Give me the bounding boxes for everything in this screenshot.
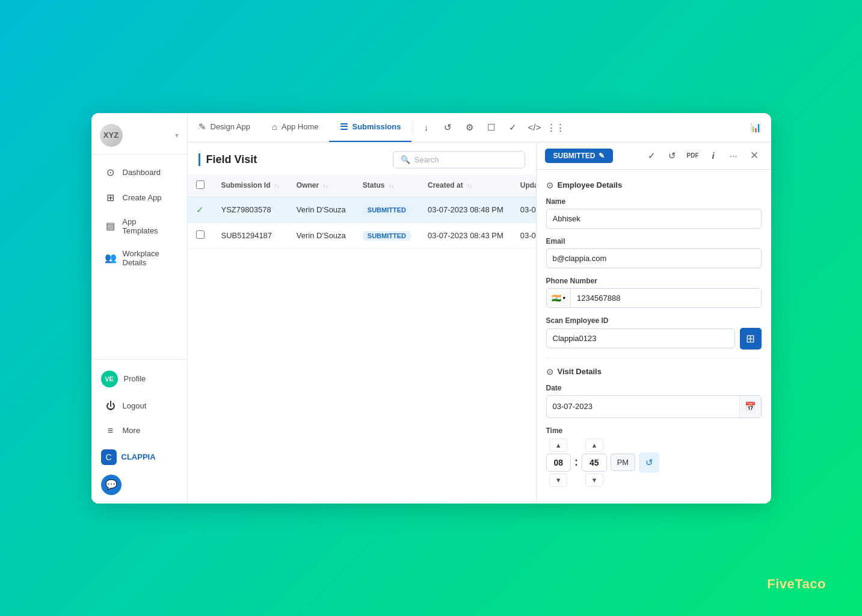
settings-tool-btn[interactable]: ⚙ bbox=[460, 119, 478, 137]
status-badge: SUBMITTED bbox=[363, 231, 411, 241]
app-window: XYZ ▾ ⊙ Dashboard ⊞ Create App ▤ App Tem… bbox=[91, 113, 771, 504]
time-minute-col: ▲ 45 ▼ bbox=[582, 439, 607, 487]
table-row[interactable]: ✓ YSZ79803578 Verin D'Souza SUBMITTED 03… bbox=[188, 197, 536, 223]
sort-icon[interactable]: ↑↓ bbox=[389, 183, 394, 189]
sidebar-item-app-templates[interactable]: ▤ App Templates bbox=[95, 211, 183, 242]
search-icon: 🔍 bbox=[401, 155, 410, 164]
sort-icon[interactable]: ↑↓ bbox=[274, 183, 280, 189]
chart-btn[interactable]: 📊 bbox=[747, 119, 765, 137]
field-time: Time ▲ 08 ▼ : ▲ 45 ▼ bbox=[546, 427, 762, 487]
field-email: Email bbox=[546, 237, 762, 268]
logout-label: Logout bbox=[123, 401, 147, 410]
form-title: Field Visit bbox=[199, 153, 257, 166]
time-hour-value: 08 bbox=[546, 454, 571, 472]
collapse-icon[interactable]: ⊙ bbox=[546, 367, 553, 377]
clappia-label: CLAPPIA bbox=[122, 452, 156, 461]
date-input[interactable] bbox=[547, 397, 739, 416]
table-area: Field Visit 🔍 Search bbox=[188, 143, 537, 504]
tab-design-app-label: Design App bbox=[211, 122, 251, 131]
reset-icon: ↺ bbox=[645, 457, 653, 468]
cell-submission-id: YSZ79803578 bbox=[213, 197, 288, 223]
tab-app-home-label: App Home bbox=[282, 122, 318, 131]
sidebar-item-label: Create App bbox=[123, 193, 162, 202]
field-scan-id: Scan Employee ID ⊞ bbox=[546, 316, 762, 350]
name-field-input[interactable] bbox=[546, 209, 762, 229]
select-all-checkbox[interactable] bbox=[196, 180, 205, 189]
main-area: ✎ Design App ⌂ App Home ☰ Submissions ↓ … bbox=[188, 113, 771, 504]
time-reset-btn[interactable]: ↺ bbox=[639, 452, 659, 473]
tab-design-app[interactable]: ✎ Design App bbox=[188, 113, 262, 142]
calendar-icon: 📅 bbox=[745, 401, 756, 412]
hour-up-btn[interactable]: ▲ bbox=[549, 439, 567, 452]
sidebar-item-label: Workplace Details bbox=[123, 249, 174, 267]
profile-avatar: VE bbox=[101, 371, 118, 387]
nav-divider bbox=[413, 120, 413, 135]
tab-submissions[interactable]: ☰ Submissions bbox=[329, 113, 411, 142]
sidebar-item-workplace-details[interactable]: 👥 Workplace Details bbox=[95, 242, 183, 274]
check-mark-icon: ✓ bbox=[196, 205, 204, 215]
col-checkbox bbox=[188, 174, 213, 197]
close-detail-btn[interactable]: ✕ bbox=[746, 147, 763, 164]
search-box[interactable]: 🔍 Search bbox=[393, 151, 525, 168]
table-row[interactable]: SUB51294187 Verin D'Souza SUBMITTED 03-0… bbox=[188, 223, 536, 248]
scan-qr-button[interactable]: ⊞ bbox=[740, 328, 762, 350]
code-tool-btn[interactable]: </> bbox=[525, 119, 543, 137]
time-colon: : bbox=[574, 456, 578, 469]
collapse-icon[interactable]: ⊙ bbox=[546, 180, 553, 190]
phone-flag[interactable]: 🇮🇳 • bbox=[547, 289, 571, 307]
cell-owner: Verin D'Souza bbox=[288, 197, 354, 223]
app-logo[interactable]: XYZ bbox=[100, 124, 123, 147]
nav-tools: ↓ ↺ ⚙ ☐ ✓ </> ⋮⋮ bbox=[417, 119, 565, 137]
sidebar-logo-area: XYZ ▾ bbox=[91, 113, 187, 155]
row-checkbox[interactable] bbox=[196, 230, 205, 239]
search-placeholder: Search bbox=[414, 155, 439, 164]
ampm-button[interactable]: PM bbox=[611, 454, 636, 471]
minute-down-btn[interactable]: ▼ bbox=[585, 473, 603, 487]
scan-input[interactable] bbox=[546, 328, 735, 348]
hour-down-btn[interactable]: ▼ bbox=[549, 473, 567, 487]
status-label: SUBMITTED bbox=[553, 152, 596, 160]
more-detail-btn[interactable]: ··· bbox=[725, 147, 742, 164]
sidebar-item-clappia[interactable]: C CLAPPIA bbox=[91, 443, 187, 471]
sidebar-item-dashboard[interactable]: ⊙ Dashboard bbox=[95, 160, 183, 185]
status-button[interactable]: SUBMITTED ✎ bbox=[545, 149, 613, 163]
tab-app-home[interactable]: ⌂ App Home bbox=[261, 113, 329, 142]
status-badge: SUBMITTED bbox=[363, 205, 411, 215]
grid-tool-btn[interactable]: ⋮⋮ bbox=[547, 119, 565, 137]
chat-bubble-icon[interactable]: 💬 bbox=[101, 475, 122, 495]
minute-up-btn[interactable]: ▲ bbox=[585, 439, 603, 452]
more-label: More bbox=[123, 426, 141, 435]
refresh-detail-btn[interactable]: ↺ bbox=[664, 147, 681, 164]
sidebar-item-create-app[interactable]: ⊞ Create App bbox=[95, 185, 183, 210]
sort-icon[interactable]: ↑↓ bbox=[323, 183, 328, 189]
email-field-label: Email bbox=[546, 237, 762, 245]
sidebar-item-logout[interactable]: ⏻ Logout bbox=[95, 394, 183, 418]
email-field-input[interactable] bbox=[546, 248, 762, 268]
time-minute-value: 45 bbox=[582, 454, 607, 472]
sort-icon[interactable]: ↑↓ bbox=[467, 183, 472, 189]
calendar-btn[interactable]: 📅 bbox=[739, 396, 761, 417]
phone-input[interactable] bbox=[571, 289, 760, 307]
sidebar-item-more[interactable]: ≡ More bbox=[95, 419, 183, 443]
employee-details-section-header: ⊙ Employee Details bbox=[546, 180, 762, 190]
refresh-tool-btn[interactable]: ↺ bbox=[439, 119, 457, 137]
phone-code-dot: • bbox=[563, 294, 566, 303]
employee-section-title: Employee Details bbox=[558, 180, 623, 189]
more-icon: ≡ bbox=[105, 425, 117, 436]
check-detail-btn[interactable]: ✓ bbox=[644, 147, 660, 164]
download-tool-btn[interactable]: ↓ bbox=[417, 119, 435, 137]
row-checkbox-cell bbox=[188, 223, 213, 248]
logout-icon: ⏻ bbox=[105, 401, 117, 411]
filter-tool-btn[interactable]: ☐ bbox=[482, 119, 500, 137]
info-detail-btn[interactable]: i bbox=[705, 147, 722, 164]
pdf-detail-btn[interactable]: PDF bbox=[685, 147, 701, 164]
check-tool-btn[interactable]: ✓ bbox=[503, 119, 522, 137]
sidebar-collapse-icon[interactable]: ▾ bbox=[175, 131, 179, 140]
sidebar-nav: ⊙ Dashboard ⊞ Create App ▤ App Templates… bbox=[91, 155, 187, 359]
qr-icon: ⊞ bbox=[746, 332, 755, 345]
submissions-tab-icon: ☰ bbox=[340, 122, 348, 132]
cell-owner: Verin D'Souza bbox=[288, 223, 354, 248]
submissions-table: Submission Id ↑↓ Owner ↑↓ Status ↑↓ bbox=[188, 174, 536, 248]
field-name: Name bbox=[546, 197, 762, 229]
sidebar-item-profile[interactable]: VE Profile bbox=[91, 365, 187, 393]
